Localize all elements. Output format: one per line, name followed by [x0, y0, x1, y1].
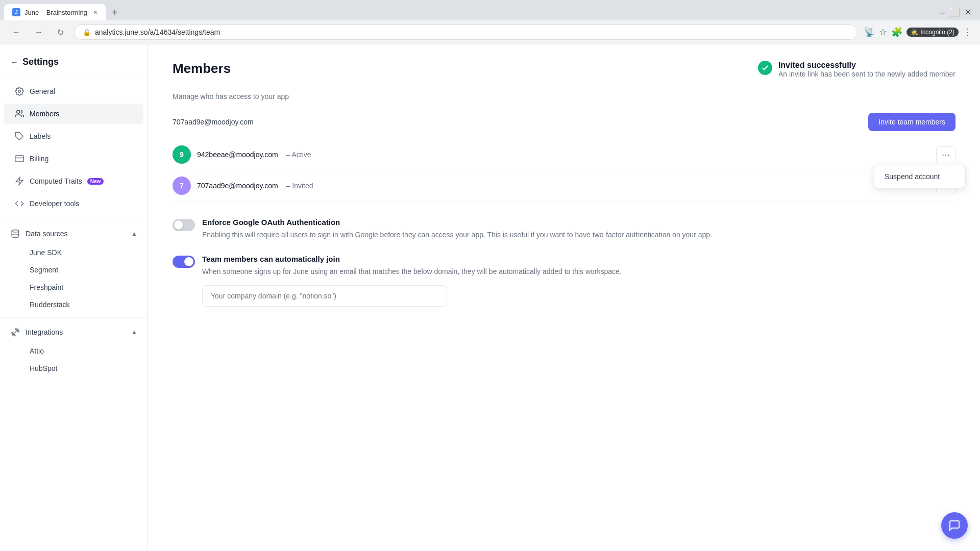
- plug-icon: [10, 327, 20, 337]
- member-avatar-9: 9: [173, 145, 191, 164]
- nav-back-btn[interactable]: ←: [8, 26, 24, 39]
- member-email-active: 942beeae@moodjoy.com: [197, 151, 278, 159]
- address-bar[interactable]: 🔒 analytics.june.so/a/14634/settings/tea…: [74, 24, 857, 40]
- gear-icon: [14, 86, 24, 96]
- success-message: An invite link has been sent to the newl…: [778, 70, 955, 78]
- sparkle-icon: [14, 176, 24, 186]
- page-header: Members: [173, 61, 231, 77]
- sidebar-group-data-sources[interactable]: Data sources ▲: [0, 223, 148, 244]
- member-status-invited: – Invited: [284, 182, 313, 190]
- sidebar-group-label-integrations: Integrations: [26, 328, 63, 336]
- sidebar-group-label-data-sources: Data sources: [26, 230, 67, 238]
- address-text: analytics.june.so/a/14634/settings/team: [95, 28, 220, 36]
- sidebar-group-integrations[interactable]: Integrations ▲: [0, 322, 148, 342]
- sidebar: ← Settings General Members: [0, 44, 148, 551]
- toggle-knob-oauth: [174, 220, 183, 230]
- nav-bar: ← → ↻ 🔒 analytics.june.so/a/14634/settin…: [0, 20, 980, 44]
- tab-bar: J June – Brainstorming × + – ⬜ ✕: [0, 0, 980, 20]
- svg-point-0: [18, 90, 21, 93]
- page-subtitle: Manage who has access to your app: [173, 92, 955, 101]
- nav-forward-btn[interactable]: →: [31, 26, 47, 39]
- credit-card-icon: [14, 154, 24, 164]
- sidebar-item-computed-traits[interactable]: Computed Traits New: [4, 171, 143, 191]
- sidebar-item-general[interactable]: General: [4, 81, 143, 102]
- nav-refresh-btn[interactable]: ↻: [53, 26, 68, 39]
- nav-actions: 📡 ☆ 🧩 🕵️ Incognito (2) ⋮: [864, 27, 972, 38]
- sidebar-item-label-computed-traits: Computed Traits: [30, 177, 82, 185]
- menu-icon[interactable]: ⋮: [963, 27, 972, 38]
- sidebar-item-developer-tools[interactable]: Developer tools: [4, 193, 143, 214]
- page-title: Members: [173, 61, 231, 77]
- sidebar-item-labels[interactable]: Labels: [4, 126, 143, 146]
- sidebar-sub-item-hubspot[interactable]: HubSpot: [4, 360, 143, 377]
- users-icon: [14, 109, 24, 119]
- member-actions-1: ⋯: [936, 146, 955, 163]
- chevron-down-icon: ▲: [131, 230, 137, 237]
- sidebar-item-label-dev-tools: Developer tools: [30, 199, 79, 208]
- toggle-auto-join[interactable]: [173, 256, 195, 268]
- member-row-invited: 7 707aad9e@moodjoy.com – Invited ⋯: [173, 170, 955, 202]
- sidebar-sub-item-freshpaint[interactable]: Freshpaint: [4, 279, 143, 295]
- chat-button[interactable]: [941, 512, 968, 539]
- new-badge: New: [87, 178, 104, 185]
- invite-team-members-btn[interactable]: Invite team members: [868, 113, 955, 131]
- tab-title: June – Brainstorming: [24, 9, 87, 16]
- new-tab-btn[interactable]: +: [108, 5, 122, 20]
- extensions-icon[interactable]: 🧩: [891, 27, 902, 38]
- sidebar-sub-item-rudderstack[interactable]: Rudderstack: [4, 296, 143, 313]
- chevron-down-icon-integrations: ▲: [131, 329, 137, 336]
- success-title: Invited successfully: [778, 61, 955, 70]
- incognito-badge: 🕵️ Incognito (2): [906, 28, 959, 37]
- toggle-title-oauth: Enforce Google OAuth Authentication: [202, 218, 712, 227]
- code-icon: [14, 198, 24, 209]
- window-maximize[interactable]: ⬜: [949, 7, 960, 18]
- toggle-oauth[interactable]: [173, 219, 195, 231]
- sidebar-sub-item-segment[interactable]: Segment: [4, 262, 143, 278]
- context-menu-item-suspend[interactable]: Suspend account: [876, 167, 963, 186]
- tab-favicon: J: [12, 8, 20, 16]
- app-container: ← Settings General Members: [0, 44, 980, 551]
- toggle-description-oauth: Enabling this will require all users to …: [202, 230, 712, 240]
- member-menu-btn-1[interactable]: ⋯: [936, 146, 955, 163]
- success-toast: Invited successfully An invite link has …: [758, 61, 955, 78]
- sidebar-back-btn[interactable]: ←: [10, 58, 18, 67]
- toggle-description-auto-join: When someone signs up for June using an …: [202, 266, 622, 277]
- sidebar-sub-item-attio[interactable]: Attio: [4, 343, 143, 359]
- sidebar-item-label-general: General: [30, 87, 55, 95]
- sidebar-header: ← Settings: [0, 53, 148, 76]
- window-minimize[interactable]: –: [940, 7, 945, 18]
- main-content: Members Invited successfully An invite l…: [148, 44, 980, 551]
- sidebar-title: Settings: [22, 57, 59, 67]
- bookmark-icon[interactable]: ☆: [879, 27, 887, 38]
- sidebar-divider-2: [0, 219, 148, 219]
- window-close[interactable]: ✕: [964, 7, 972, 18]
- member-row-active: 9 942beeae@moodjoy.com – Active ⋯ Suspen…: [173, 139, 955, 170]
- sidebar-sub-item-june-sdk[interactable]: June SDK: [4, 244, 143, 261]
- toggle-row-oauth: Enforce Google OAuth Authentication Enab…: [173, 218, 955, 240]
- members-toolbar: 707aad9e@moodjoy.com Invite team members: [173, 113, 955, 131]
- sidebar-item-members[interactable]: Members: [4, 104, 143, 124]
- sidebar-item-label-labels: Labels: [30, 132, 51, 140]
- domain-input[interactable]: [202, 285, 447, 307]
- svg-point-1: [17, 110, 20, 113]
- tab-close-btn[interactable]: ×: [93, 8, 97, 16]
- svg-point-6: [12, 230, 19, 233]
- lock-icon: 🔒: [83, 29, 91, 36]
- sidebar-item-label-billing: Billing: [30, 155, 48, 163]
- toggle-content-oauth: Enforce Google OAuth Authentication Enab…: [202, 218, 712, 240]
- tag-icon: [14, 131, 24, 141]
- svg-rect-3: [15, 156, 24, 162]
- active-tab[interactable]: J June – Brainstorming ×: [4, 4, 106, 20]
- browser-chrome: J June – Brainstorming × + – ⬜ ✕ ← → ↻ 🔒…: [0, 0, 980, 44]
- toggle-knob-auto-join: [184, 257, 193, 266]
- member-avatar-7: 7: [173, 177, 191, 195]
- current-user-email: 707aad9e@moodjoy.com: [173, 114, 254, 130]
- sidebar-divider-3: [0, 317, 148, 318]
- toggle-section: Enforce Google OAuth Authentication Enab…: [173, 218, 955, 307]
- member-email-invited: 707aad9e@moodjoy.com: [197, 182, 278, 190]
- success-text: Invited successfully An invite link has …: [778, 61, 955, 78]
- success-icon: [758, 61, 772, 75]
- cast-icon[interactable]: 📡: [864, 27, 875, 38]
- toggle-row-auto-join: Team members can automatically join When…: [173, 255, 955, 307]
- sidebar-item-billing[interactable]: Billing: [4, 148, 143, 169]
